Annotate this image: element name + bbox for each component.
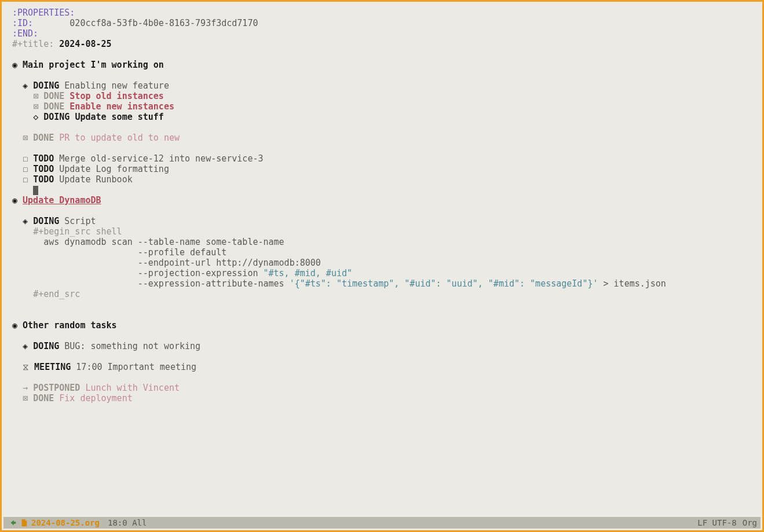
task-log-fmt: Update Log formatting bbox=[59, 164, 169, 174]
checkbox-done-icon: ⊠ bbox=[33, 91, 38, 101]
task-enable-new: Enable new instances bbox=[70, 101, 174, 112]
task-fix-deploy: Fix deployment bbox=[59, 393, 132, 403]
modeline-left: 2024-08-25.org 18:0 All bbox=[8, 517, 147, 529]
editor-frame: :PROPERTIES: :ID: 020ccf8a-53fb-4b0e-816… bbox=[0, 0, 764, 532]
kw-doing: DOING bbox=[33, 216, 59, 226]
id-value: 020ccf8a-53fb-4b0e-8163-793f3dcd7170 bbox=[70, 18, 258, 28]
src-string: '{"#ts": "timestamp", "#uid": "uuid", "#… bbox=[290, 278, 598, 289]
checkbox-done-icon: ⊠ bbox=[33, 101, 38, 112]
back-arrow-icon[interactable] bbox=[8, 518, 17, 527]
properties-begin: :PROPERTIES: bbox=[12, 8, 75, 18]
cursor bbox=[33, 186, 38, 195]
bullet-lvl1-icon: ◉ bbox=[12, 195, 17, 206]
kw-todo: TODO bbox=[33, 174, 54, 185]
src-line: aws dynamodb scan --table-name some-tabl… bbox=[43, 237, 284, 247]
task-merge: Merge old-service-12 into new-service-3 bbox=[59, 153, 263, 164]
bullet-lvl3-icon: ◇ bbox=[33, 112, 38, 122]
heading-other: Other random tasks bbox=[23, 320, 117, 331]
task-script: Script bbox=[64, 216, 96, 226]
task-enabling: Enabling new feature bbox=[64, 80, 169, 91]
bullet-lvl2-icon: ◈ bbox=[23, 341, 28, 351]
bullet-lvl2-icon: ◈ bbox=[23, 80, 28, 91]
modeline: 2024-08-25.org 18:0 All LF UTF-8 Org bbox=[3, 517, 761, 529]
src-line: > items.json bbox=[598, 278, 666, 289]
kw-done: DONE bbox=[43, 91, 64, 101]
src-string: "#ts, #mid, #uid" bbox=[264, 268, 353, 278]
src-line: --projection-expression bbox=[138, 268, 264, 278]
properties-end: :END: bbox=[12, 28, 38, 39]
file-icon bbox=[20, 518, 29, 527]
modeline-right: LF UTF-8 Org bbox=[697, 517, 757, 529]
heading-main: Main project I'm working on bbox=[23, 60, 164, 70]
kw-meeting: MEETING bbox=[34, 362, 71, 372]
src-line: --endpoint-url http://dynamodb:8000 bbox=[138, 258, 321, 268]
src-line: --expression-attribute-names bbox=[138, 278, 290, 289]
checkbox-todo-icon: ☐ bbox=[23, 174, 28, 185]
kw-done: DONE bbox=[43, 101, 64, 112]
src-line: --profile default bbox=[138, 247, 227, 258]
kw-postponed: POSTPONED bbox=[33, 383, 80, 393]
heading-dynamodb[interactable]: Update DynamoDB bbox=[23, 195, 101, 206]
checkbox-done-icon: ⊠ bbox=[23, 393, 28, 403]
kw-todo: TODO bbox=[33, 153, 54, 164]
hourglass-icon: ⧖ bbox=[23, 362, 29, 372]
kw-todo: TODO bbox=[33, 164, 54, 174]
checkbox-todo-icon: ☐ bbox=[23, 153, 28, 164]
task-pr-update: PR to update old to new bbox=[59, 133, 180, 143]
checkbox-todo-icon: ☐ bbox=[23, 164, 28, 174]
modeline-position: 18:0 All bbox=[108, 517, 147, 529]
bullet-lvl2-icon: ◈ bbox=[23, 216, 28, 226]
editor-buffer[interactable]: :PROPERTIES: :ID: 020ccf8a-53fb-4b0e-816… bbox=[2, 2, 762, 403]
modeline-mode: Org bbox=[743, 517, 757, 529]
modeline-filename[interactable]: 2024-08-25.org bbox=[31, 517, 100, 529]
kw-doing: DOING bbox=[33, 80, 59, 91]
task-runbook: Update Runbook bbox=[59, 174, 132, 185]
task-bug: BUG: something not working bbox=[64, 341, 200, 351]
title-value: 2024-08-25 bbox=[59, 39, 111, 49]
kw-done: DONE bbox=[33, 393, 54, 403]
src-begin: #+begin_src shell bbox=[33, 226, 122, 237]
task-lunch: Lunch with Vincent bbox=[85, 383, 180, 393]
title-keyword: #+title: bbox=[12, 39, 54, 49]
id-label: :ID: bbox=[12, 18, 33, 28]
checkbox-done-icon: ⊠ bbox=[23, 133, 28, 143]
bullet-lvl1-icon: ◉ bbox=[12, 320, 17, 331]
arrow-icon: → bbox=[23, 383, 28, 393]
task-stop-old: Stop old instances bbox=[70, 91, 164, 101]
kw-doing: DOING bbox=[43, 112, 70, 122]
kw-done: DONE bbox=[33, 133, 54, 143]
kw-doing: DOING bbox=[33, 341, 59, 351]
task-meeting: 17:00 Important meeting bbox=[76, 362, 196, 372]
src-end: #+end_src bbox=[33, 289, 80, 299]
task-update-stuff: Update some stuff bbox=[75, 112, 164, 122]
bullet-lvl1-icon: ◉ bbox=[12, 60, 17, 70]
modeline-encoding: LF UTF-8 bbox=[697, 517, 736, 529]
